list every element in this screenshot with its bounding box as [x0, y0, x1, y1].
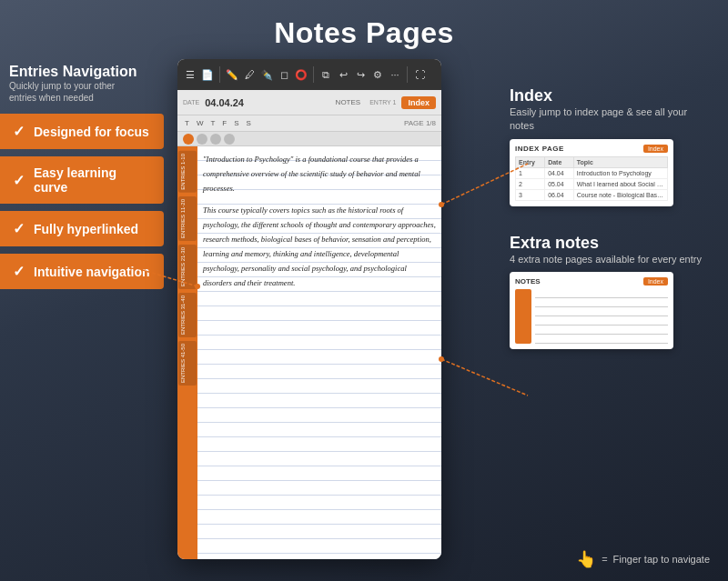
strip-item-2[interactable]: ENTRIES 11-20	[178, 196, 197, 241]
nav-row	[177, 132, 441, 146]
day-f: F	[220, 119, 228, 127]
toolbar-redo-icon: ↪	[353, 67, 368, 82]
feature-item-intuitive: ✓ Intuitive navigation	[0, 254, 164, 289]
notes-mini: NOTES Index	[510, 272, 673, 349]
day-s2: S	[245, 119, 253, 127]
row2-topic: What I learned about Social Psychology	[573, 178, 667, 189]
day-t2: T	[208, 119, 217, 127]
toolbar-sep-1	[219, 66, 220, 83]
extra-notes-title: Extra notes	[510, 234, 710, 253]
toolbar-sep-3	[407, 66, 408, 83]
toolbar-pen-icon: ✏️	[225, 67, 239, 82]
entry-label: ENTRY 1	[369, 99, 396, 105]
nav-circle-3[interactable]	[210, 134, 221, 145]
row1-entry: 1	[516, 167, 545, 178]
check-icon-3: ✓	[13, 220, 25, 237]
toolbar-sep-2	[313, 66, 314, 83]
nav-circle-2[interactable]	[197, 134, 207, 145]
col-topic: Topic	[573, 156, 667, 167]
row3-topic: Course note - Biological Basis of Behavi…	[573, 189, 667, 200]
table-row: 2 05.04 What I learned about Social Psyc…	[516, 178, 668, 189]
index-annotation-sub: Easily jump to index page & see all your…	[510, 105, 710, 134]
date-label: DATE	[183, 99, 199, 105]
day-w: W	[195, 119, 206, 127]
toolbar-more-icon: ···	[388, 67, 402, 82]
notes-label: NOTES	[336, 98, 361, 106]
finger-legend-icon: 👆	[576, 549, 596, 569]
nav-circle-4[interactable]	[224, 134, 235, 145]
date-value: 04.04.24	[205, 97, 244, 108]
index-mini-header: INDEX PAGE Index	[515, 145, 668, 153]
index-mini-btn[interactable]: Index	[643, 145, 668, 153]
toolbar-eraser-icon: ◻	[277, 67, 291, 82]
entries-nav-label: Entries Navigation Quickly jump to your …	[9, 64, 136, 104]
row2-entry: 2	[516, 178, 545, 189]
finger-legend-label: Finger tap to navigate	[613, 554, 710, 565]
col-date: Date	[545, 156, 574, 167]
toolbar-menu-icon: ☰	[183, 67, 197, 82]
entries-side-strip: ENTRIES 1-10 ENTRIES 11-20 ENTRIES 21-30…	[177, 146, 197, 559]
text-paragraph-2: This course typically covers topics such…	[203, 203, 436, 290]
notes-mini-header: NOTES Index	[515, 277, 668, 285]
row3-entry: 3	[516, 189, 545, 200]
notebook-lines-area: "Introduction to Psychology" is a founda…	[197, 146, 441, 559]
finger-tap-legend: 👆 = Finger tap to navigate	[576, 549, 710, 569]
check-icon-2: ✓	[13, 172, 25, 189]
strip-item-5[interactable]: ENTRIES 41-50	[178, 341, 197, 386]
index-page-mini: INDEX PAGE Index Entry Date Topic 1	[510, 139, 673, 206]
feature-label-intuitive: Intuitive navigation	[34, 265, 150, 279]
feature-item-learning: ✓ Easy learning curve	[0, 156, 164, 204]
entries-nav-title: Entries Navigation	[9, 64, 136, 80]
index-annotation-title: Index	[510, 86, 710, 105]
row3-date: 06.04	[545, 189, 574, 200]
day-row: T W T F S S PAGE 1/8	[177, 115, 441, 132]
notebook-wrapper: ☰ 📄 ✏️ 🖊 ✒️ ◻ ⭕ ⧉ ↩ ↪ ⚙ ··· ⛶ DATE 04	[177, 59, 450, 568]
nav-circle-1[interactable]	[183, 134, 194, 145]
right-annotations: Index Easily jump to index page & see al…	[510, 68, 710, 376]
feature-label-learning: Easy learning curve	[34, 165, 151, 195]
notebook-text: "Introduction to Psychology" is a founda…	[203, 152, 436, 297]
feature-list: ✓ Designed for focus ✓ Easy learning cur…	[0, 114, 164, 289]
strip-item-1[interactable]: ENTRIES 1-10	[178, 151, 197, 193]
main-container: ✓ Designed for focus ✓ Easy learning cur…	[0, 59, 728, 581]
strip-item-4[interactable]: ENTRIES 31-40	[178, 293, 197, 337]
page-indicator: PAGE 1/8	[404, 119, 436, 127]
feature-item-hyperlinked: ✓ Fully hyperlinked	[0, 211, 164, 246]
toolbar-expand-icon: ⛶	[412, 67, 427, 82]
notebook: ☰ 📄 ✏️ 🖊 ✒️ ◻ ⭕ ⧉ ↩ ↪ ⚙ ··· ⛶ DATE 04	[177, 59, 441, 559]
day-t1: T	[183, 119, 191, 127]
extra-notes-annotation: Extra notes 4 extra note pages available…	[510, 234, 710, 349]
toolbar-marker-icon: 🖊	[242, 67, 257, 82]
toolbar-doc-icon: 📄	[200, 67, 215, 82]
day-s1: S	[232, 119, 240, 127]
feature-label-hyperlinked: Fully hyperlinked	[34, 222, 138, 236]
index-mini-table: Entry Date Topic 1 04.04 Introduction to…	[515, 156, 668, 201]
strip-item-3[interactable]: ENTRIES 21-30	[178, 245, 197, 289]
toolbar-undo-icon: ↩	[336, 67, 350, 82]
notebook-toolbar: ☰ 📄 ✏️ 🖊 ✒️ ◻ ⭕ ⧉ ↩ ↪ ⚙ ··· ⛶	[177, 59, 441, 90]
index-button[interactable]: Index	[401, 96, 436, 109]
table-row: 3 06.04 Course note - Biological Basis o…	[516, 189, 668, 200]
date-row: DATE 04.04.24 NOTES ENTRY 1 Index	[177, 90, 441, 115]
toolbar-lasso-icon: ⭕	[294, 67, 308, 82]
toolbar-layers-icon: ⧉	[318, 67, 333, 82]
feature-item-focus: ✓ Designed for focus	[0, 114, 164, 149]
feature-label-focus: Designed for focus	[34, 125, 149, 139]
extra-notes-sub: 4 extra note pages available for every e…	[510, 253, 710, 266]
notes-mini-title: NOTES	[515, 277, 541, 285]
row2-date: 05.04	[545, 178, 574, 189]
notebook-content: ENTRIES 1-10 ENTRIES 11-20 ENTRIES 21-30…	[177, 146, 441, 559]
finger-legend-equals: =	[602, 554, 607, 565]
row1-date: 04.04	[545, 167, 574, 178]
entries-nav-subtitle: Quickly jump to your other entries when …	[9, 80, 136, 104]
index-annotation: Index Easily jump to index page & see al…	[510, 86, 710, 206]
page-title: Notes Pages	[0, 0, 728, 50]
row1-topic: Introduction to Psychology	[573, 167, 667, 178]
check-icon: ✓	[13, 123, 25, 140]
toolbar-settings-icon: ⚙	[370, 67, 385, 82]
index-mini-title: INDEX PAGE	[515, 145, 564, 153]
col-entry: Entry	[516, 156, 545, 167]
toolbar-pencil-icon: ✒️	[259, 67, 274, 82]
notes-mini-btn[interactable]: Index	[643, 277, 668, 285]
check-icon-4: ✓	[13, 263, 25, 280]
